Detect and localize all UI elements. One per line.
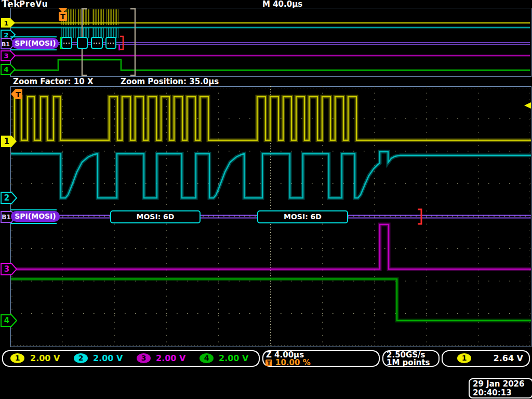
bus-selected-line-top-overview	[10, 36, 57, 37]
ch2-ov-burst-2	[78, 28, 90, 38]
bus-selected-line-bottom-overview	[10, 49, 57, 50]
record-length-readout: 1M points	[387, 358, 430, 367]
ch2-ov-burst-4	[107, 28, 118, 38]
time-readout: 20:40:13	[473, 389, 532, 397]
trigger-position-icon: T	[265, 360, 272, 366]
trigger-source-badge: 1	[457, 353, 471, 363]
overview-channel4-marker[interactable]: 4	[1, 64, 15, 74]
overview-channel4-label: 4	[4, 65, 8, 73]
channel1-label: 1	[4, 137, 9, 146]
channel1-badge[interactable]: 1	[10, 353, 24, 363]
main-trigger-flag-label: T	[16, 90, 21, 99]
bus-name-label[interactable]: SPI(MOSI)	[11, 211, 60, 222]
channel2-marker[interactable]: 2	[1, 192, 17, 204]
channel1-scale[interactable]: 2.00 V	[30, 353, 60, 363]
ch4-main	[11, 279, 531, 321]
oscilloscope-screen: { "header": {"logo": "Tek", "status": "P…	[0, 0, 532, 399]
bus-selected-line-bottom	[10, 223, 57, 224]
overview-channel1-label: 1	[4, 19, 8, 27]
waveform-traces	[11, 9, 531, 321]
overview-channel1-marker[interactable]: 1	[1, 18, 15, 28]
bus-selected-line-top	[10, 209, 57, 210]
channel2-scale[interactable]: 2.00 V	[93, 353, 123, 363]
main-trigger-flag[interactable]: T	[11, 89, 22, 99]
channel3-badge[interactable]: 3	[137, 353, 151, 363]
overview-channel2-label: 2	[4, 31, 8, 39]
channel4-marker[interactable]: 4	[1, 315, 17, 326]
overview-channel3-label: 3	[4, 52, 8, 60]
overview-channel3-marker[interactable]: 3	[1, 51, 15, 61]
channel4-badge[interactable]: 4	[200, 353, 214, 363]
channel-scales-box: 1 2.00 V 2 2.00 V 3 2.00 V 4 2.00 V	[2, 350, 260, 367]
trigger-level-arrow-icon[interactable]	[524, 102, 531, 109]
channel3-scale[interactable]: 2.00 V	[156, 353, 185, 363]
ch4-main-halo	[11, 279, 531, 321]
bus-decode-box-1: MOSI: 6D	[110, 210, 201, 223]
ch3-main-halo	[11, 224, 531, 269]
waveform-display: T 1 2 B1 3 4 T	[0, 0, 532, 399]
channel2-badge[interactable]: 2	[74, 353, 88, 363]
ch2-main-halo	[11, 152, 531, 198]
bus-frame-end-bracket-main	[418, 209, 421, 224]
bus-name-label-overview[interactable]: SPI(MOSI)	[12, 38, 59, 49]
trigger-box[interactable]: 1 2.64 V	[442, 350, 530, 367]
channel3-label: 3	[4, 264, 9, 274]
bus-decode-minibox: ...	[105, 37, 116, 49]
channel4-scale[interactable]: 2.00 V	[219, 353, 248, 363]
datetime-box: 29 Jan 2026 20:40:13	[469, 378, 532, 398]
bus-marker-label: B1	[2, 214, 11, 221]
zoom-window-right-bracket[interactable]	[130, 9, 135, 75]
ch1-main-halo	[11, 97, 531, 140]
channel4-label: 4	[4, 316, 9, 325]
ch2-ov-burst-3	[92, 28, 104, 38]
date-readout: 29 Jan 2026	[473, 380, 532, 389]
bus-decode-minibox: ...	[91, 37, 103, 49]
bus-decode-box-2: MOSI: 6D	[257, 210, 348, 223]
trigger-position-readout: 10.00 %	[275, 358, 311, 367]
ch4-overview	[11, 60, 530, 70]
overview-bus-label: B1	[2, 41, 10, 48]
bus-decode-minibox: ...	[61, 37, 72, 49]
channel3-marker[interactable]: 3	[1, 263, 17, 275]
ch3-main	[11, 224, 531, 269]
trigger-flag-label: T	[60, 12, 65, 21]
channel2-label: 2	[4, 193, 9, 203]
bus-decode-minibox	[77, 37, 88, 49]
ch2-ov-burst-1	[61, 28, 76, 38]
trigger-level-readout: 2.64 V	[492, 353, 523, 363]
ch4-overview-halo	[11, 60, 530, 70]
scope-markers: T 1 2 B1 3 4 T	[1, 8, 531, 363]
